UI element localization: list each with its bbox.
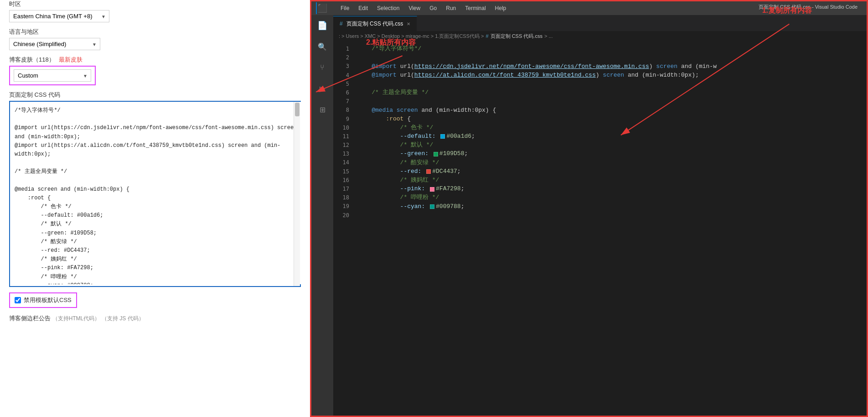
scrollbar-thumb — [295, 103, 300, 116]
code-line-20 — [357, 211, 867, 220]
menu-file[interactable]: File — [337, 4, 353, 12]
code-line-5 — [357, 80, 867, 89]
vscode-window-title: 页面定制 CSS 代码.css - Visual Studio Code — [759, 4, 858, 10]
code-line-2 — [357, 53, 867, 62]
breadcrumb: : > Users > XMC > Desktop > mirage-mc > … — [333, 31, 867, 41]
tab-hash-icon: # — [340, 21, 343, 27]
language-select-wrapper[interactable]: Chinese (Simplified) — [9, 38, 100, 50]
vscode-tabs: # 页面定制 CSS 代码.css ✕ — [333, 15, 867, 31]
code-line-6: /* 主题全局变量 */ — [357, 89, 867, 97]
search-icon[interactable]: 🔍 — [316, 41, 328, 52]
source-control-icon[interactable]: ⑂ — [316, 62, 328, 73]
disable-css-checkbox[interactable] — [15, 297, 21, 303]
support-html-label: （支持HTML代码） — [52, 315, 100, 322]
color-swatch-red — [426, 169, 431, 174]
code-line-4: @import url(https://at.alicdn.com/t/font… — [357, 71, 867, 80]
code-line-10: /* 色卡 */ — [357, 124, 867, 132]
language-label: 语言与地区 — [9, 28, 301, 36]
timezone-select[interactable]: Eastern China Time (GMT +8) — [9, 10, 109, 22]
code-line-7 — [357, 97, 867, 106]
vscode-logo-icon: ⬛ — [316, 2, 328, 14]
menu-go[interactable]: Go — [426, 4, 440, 12]
language-group: 语言与地区 Chinese (Simplified) — [9, 28, 301, 50]
menu-run[interactable]: Run — [442, 4, 460, 12]
code-line-18: /* 哔哩粉 */ — [357, 193, 867, 202]
disable-css-row: 禁用模板默认CSS — [9, 292, 77, 308]
run-debug-icon[interactable]: ▷ — [316, 83, 328, 94]
language-select[interactable]: Chinese (Simplified) — [9, 38, 100, 50]
code-line-13: --green: #109D58; — [357, 150, 867, 158]
css-textarea[interactable]: /*导入字体符号*/ @import url(https://cdn.jsdel… — [10, 102, 302, 284]
explorer-icon[interactable]: 📄 — [316, 20, 328, 31]
timezone-select-wrapper[interactable]: Eastern China Time (GMT +8) — [9, 10, 109, 22]
css-label: 页面定制 CSS 代码 — [9, 91, 301, 99]
code-line-11: --default: #00a1d6; — [357, 132, 867, 141]
color-swatch-default — [440, 134, 445, 139]
vscode-content: 📄 🔍 ⑂ ▷ ⊞ # 页面定制 CSS 代码.css ✕ : > Users … — [311, 15, 867, 416]
tab-filename: 页面定制 CSS 代码.css — [346, 20, 403, 28]
code-line-16: /* 姨妈红 */ — [357, 176, 867, 185]
timezone-label: 时区 — [9, 0, 301, 8]
tab-close-button[interactable]: ✕ — [407, 21, 410, 26]
menu-selection[interactable]: Selection — [373, 4, 403, 12]
code-line-3: @import url(https://cdn.jsdelivr.net/npm… — [357, 62, 867, 71]
code-line-17: --pink: #FA7298; — [357, 185, 867, 193]
menu-help[interactable]: Help — [491, 4, 510, 12]
menu-edit[interactable]: Edit — [355, 4, 372, 12]
skin-label: 博客皮肤（118） 最新皮肤 — [9, 56, 301, 64]
timezone-group: 时区 Eastern China Time (GMT +8) — [9, 0, 301, 22]
code-line-15: --red: #DC4437; — [357, 167, 867, 176]
skin-select-box: Custom — [9, 66, 96, 85]
vscode-menu: File Edit Selection View Go Run Terminal… — [337, 4, 510, 12]
code-line-19: --cyan: #009788; — [357, 202, 867, 211]
support-js-label: （支持 JS 代码） — [102, 315, 144, 322]
code-editor[interactable]: /*导入字体符号*/ @import url(https://cdn.jsdel… — [354, 41, 867, 416]
menu-terminal[interactable]: Terminal — [461, 4, 489, 12]
color-swatch-cyan — [430, 204, 434, 209]
code-line-9: :root { — [357, 115, 867, 124]
skin-group: 博客皮肤（118） 最新皮肤 Custom — [9, 56, 301, 85]
skin-select-wrapper[interactable]: Custom — [14, 69, 91, 82]
tab-css-file[interactable]: # 页面定制 CSS 代码.css ✕ — [333, 16, 417, 31]
sidebar-ad-label: 博客侧边栏公告 （支持HTML代码） （支持 JS 代码） — [9, 314, 301, 323]
css-scrollbar[interactable] — [294, 102, 300, 286]
new-skin-link[interactable]: 最新皮肤 — [59, 56, 83, 63]
code-line-1: /*导入字体符号*/ — [357, 45, 867, 53]
css-textarea-wrapper: /*导入字体符号*/ @import url(https://cdn.jsdel… — [9, 101, 301, 287]
code-line-14: /* 酷安绿 */ — [357, 158, 867, 167]
color-swatch-pink — [430, 187, 434, 192]
code-line-8: @media screen and (min-width:0px) { — [357, 106, 867, 115]
skin-select[interactable]: Custom — [14, 69, 91, 82]
vscode-titlebar: ⬛ File Edit Selection View Go Run Termin… — [311, 1, 867, 15]
vscode-sidebar: 📄 🔍 ⑂ ▷ ⊞ — [311, 15, 333, 416]
code-line-12: /* 默认 */ — [357, 141, 867, 150]
disable-css-label: 禁用模板默认CSS — [24, 296, 72, 304]
line-numbers: 1 2 3 4 5 6 7 8 9 10 11 12 13 14 15 16 1 — [333, 41, 354, 416]
menu-view[interactable]: View — [405, 4, 424, 12]
extensions-icon[interactable]: ⊞ — [316, 104, 328, 115]
vscode-panel: ⬛ File Edit Selection View Go Run Termin… — [310, 0, 868, 417]
vscode-editor-area: # 页面定制 CSS 代码.css ✕ : > Users > XMC > De… — [333, 15, 867, 416]
color-swatch-green — [434, 152, 438, 156]
left-panel: 时区 Eastern China Time (GMT +8) 语言与地区 Chi… — [0, 0, 310, 417]
breadcrumb-hash: # — [486, 33, 488, 39]
vscode-code-area[interactable]: 1 2 3 4 5 6 7 8 9 10 11 12 13 14 15 16 1 — [333, 41, 867, 416]
